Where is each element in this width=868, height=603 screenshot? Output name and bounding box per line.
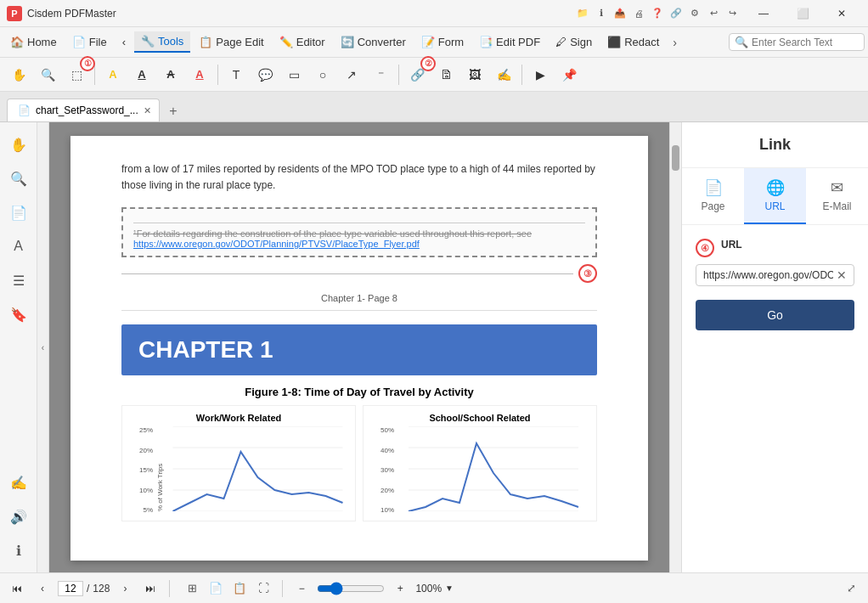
menu-form[interactable]: 📝 Form	[414, 32, 471, 52]
arrow-button[interactable]: ▶	[527, 61, 554, 88]
bottom-separator-2	[282, 580, 283, 597]
edit-pdf-icon: 📑	[479, 36, 493, 48]
rectangle-button[interactable]: ▭	[280, 61, 307, 88]
scroll-track	[670, 122, 681, 572]
title-btn-files[interactable]: 📁	[576, 7, 589, 20]
line-button[interactable]: ⁻	[367, 61, 394, 88]
maximize-button[interactable]: ⬜	[783, 0, 822, 27]
menu-redact[interactable]: ⬛ Redact	[600, 32, 666, 52]
prev-page-button[interactable]: ‹	[32, 578, 53, 599]
tab-bar: 📄 chart_SetPassword_... ✕ +	[0, 92, 868, 122]
vertical-scrollbar[interactable]	[669, 122, 681, 572]
zoom-out-button[interactable]: −	[291, 578, 312, 599]
expand-button[interactable]: ⤢	[841, 578, 861, 599]
stamp-button[interactable]: 🖺	[432, 61, 459, 88]
highlight-clear-button[interactable]: A	[128, 61, 155, 88]
tab-add-button[interactable]: +	[163, 101, 183, 121]
page-tab-icon: 📄	[704, 178, 723, 197]
y-label-left: % of Work Trips	[156, 426, 164, 511]
zoom-slider[interactable]	[317, 582, 385, 595]
url-input[interactable]	[703, 269, 833, 281]
zoom-in-bottom-button[interactable]: +	[390, 578, 410, 599]
page-info: / 128	[58, 581, 110, 596]
sidebar-signature-icon[interactable]: ✍	[3, 467, 34, 498]
strikethrough-button[interactable]: A	[157, 61, 184, 88]
page-tab-label: Page	[701, 200, 724, 212]
sidebar-hand-icon[interactable]: ✋	[3, 129, 34, 160]
minimize-button[interactable]: —	[744, 0, 783, 27]
close-button[interactable]: ✕	[822, 0, 861, 27]
zoom-dropdown-icon[interactable]: ▼	[445, 583, 454, 593]
highlight-yellow-button[interactable]: A	[99, 61, 127, 88]
fit-page-button[interactable]: ⊞	[182, 578, 202, 599]
title-btn-help[interactable]: ❓	[651, 7, 664, 20]
title-btn-undo[interactable]: ↩	[707, 7, 720, 20]
menu-bar: 🏠 Home 📄 File ‹ 🔧 Tools 📋 Page Edit ✏️ E…	[0, 27, 868, 58]
step4-indicator: ④	[696, 239, 714, 257]
sidebar-outline-icon[interactable]: ☰	[3, 265, 34, 296]
chapter-heading: CHAPTER 1	[121, 324, 597, 375]
hand-tool-button[interactable]: ✋	[5, 61, 32, 88]
two-page-button[interactable]: 📋	[229, 578, 250, 599]
title-btn-link[interactable]: 🔗	[669, 7, 683, 20]
menu-converter[interactable]: 🔄 Converter	[334, 32, 413, 52]
menu-home[interactable]: 🏠 Home	[3, 32, 64, 52]
sidebar-bookmark-icon[interactable]: 🔖	[3, 299, 34, 330]
menu-tools[interactable]: 🔧 Tools	[134, 31, 190, 53]
page-number-input[interactable]	[58, 581, 83, 596]
sidebar-info-icon[interactable]: ℹ	[3, 535, 34, 566]
converter-icon: 🔄	[341, 36, 354, 48]
title-btn-settings[interactable]: ⚙	[688, 7, 702, 20]
zoom-in-button[interactable]: 🔍	[34, 61, 61, 88]
sidebar-speaker-icon[interactable]: 🔊	[3, 501, 34, 532]
panel-tab-page[interactable]: 📄 Page	[682, 168, 744, 224]
collapse-sidebar-button[interactable]: ‹	[37, 122, 49, 572]
ellipse-button[interactable]: ○	[309, 61, 336, 88]
pdf-content-text: from a low of 17 miles reported by resid…	[121, 161, 597, 194]
first-page-button[interactable]: ⏮	[7, 578, 27, 599]
bottom-separator-1	[169, 580, 170, 597]
page-total: 128	[93, 583, 110, 595]
go-button[interactable]: Go	[696, 300, 854, 330]
pdf-area[interactable]: from a low of 17 miles reported by resid…	[49, 122, 669, 572]
menu-edit-pdf[interactable]: 📑 Edit PDF	[472, 32, 547, 52]
charts-row: Work/Work Related 25% 20% 15% 10% 5% % o…	[121, 405, 597, 521]
menu-sign[interactable]: 🖊 Sign	[549, 32, 599, 52]
link-add-button[interactable]: 🔗 ②	[403, 61, 431, 88]
sidebar-text-icon[interactable]: A	[3, 231, 34, 262]
title-btn-share[interactable]: 📤	[613, 7, 627, 20]
left-chart: Work/Work Related 25% 20% 15% 10% 5% % o…	[121, 405, 356, 521]
sign-add-button[interactable]: ✍	[490, 61, 517, 88]
sidebar-search-icon[interactable]: 🔍	[3, 163, 34, 194]
menu-editor[interactable]: ✏️ Editor	[273, 32, 332, 52]
search-input[interactable]	[752, 37, 859, 48]
select-rect-button[interactable]: ⬚ ①	[63, 61, 90, 88]
diagonal-line-button[interactable]: ↗	[338, 61, 365, 88]
next-page-button[interactable]: ›	[115, 578, 135, 599]
scroll-thumb[interactable]	[672, 145, 679, 171]
menu-page-edit[interactable]: 📋 Page Edit	[192, 32, 270, 52]
more-menu-button[interactable]: ›	[668, 32, 682, 53]
underline-button[interactable]: A	[186, 61, 213, 88]
title-btn-info[interactable]: ℹ	[595, 7, 608, 20]
tab-chart-setpassword[interactable]: 📄 chart_SetPassword_... ✕	[7, 99, 160, 121]
image-add-button[interactable]: 🖼	[461, 61, 488, 88]
full-screen-button[interactable]: ⛶	[253, 578, 273, 599]
single-page-button[interactable]: 📄	[206, 578, 226, 599]
comment-button[interactable]: 💬	[251, 61, 279, 88]
title-btn-print[interactable]: 🖨	[632, 7, 645, 20]
right-chart-svg	[397, 426, 589, 511]
panel-tab-url[interactable]: 🌐 URL	[744, 168, 806, 224]
menu-file[interactable]: 📄 File	[65, 32, 114, 52]
url-clear-button[interactable]: ✕	[837, 268, 847, 282]
tab-close-button[interactable]: ✕	[144, 104, 151, 116]
footnote-link[interactable]: https://www.oregon.gov/ODOT/Planning/PTV…	[133, 239, 420, 249]
sidebar-page-icon[interactable]: 📄	[3, 197, 34, 228]
panel-tab-email[interactable]: ✉ E-Mail	[806, 168, 868, 224]
title-btn-redo[interactable]: ↪	[725, 7, 739, 20]
menu-nav-back[interactable]: ‹	[116, 32, 132, 52]
tools-icon: 🔧	[141, 35, 155, 48]
pin-button[interactable]: 📌	[555, 61, 583, 88]
last-page-button[interactable]: ⏭	[140, 578, 161, 599]
text-tool-button[interactable]: T	[223, 61, 250, 88]
